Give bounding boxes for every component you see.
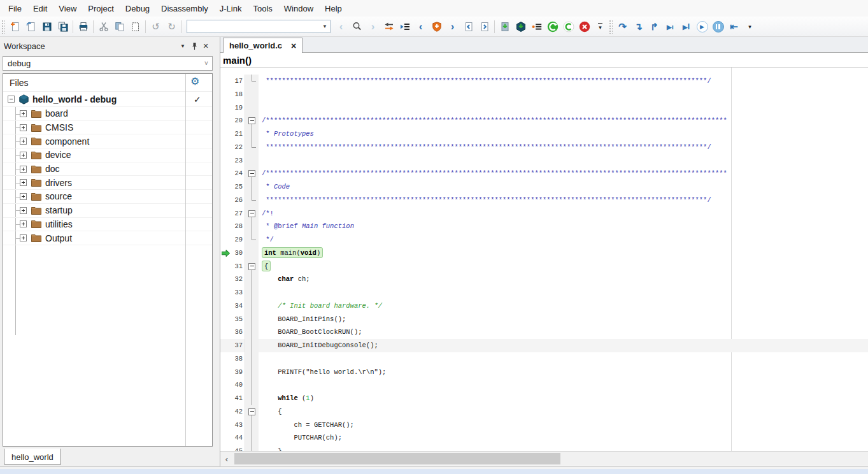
line-number[interactable]: 23 <box>220 154 245 168</box>
copy-button[interactable] <box>111 18 127 34</box>
line-number[interactable]: 39 <box>220 366 245 379</box>
print-button[interactable] <box>75 18 91 34</box>
line-number[interactable]: 27 <box>220 207 245 220</box>
scroll-left-button[interactable]: ‹ <box>220 452 233 466</box>
code-line[interactable]: 34 /* Init board hardware. */ <box>220 299 868 313</box>
code-line[interactable]: 42 { <box>220 405 868 419</box>
configuration-combobox[interactable]: debug ˅ <box>3 56 213 71</box>
code-line[interactable]: 32 char ch; <box>220 273 868 286</box>
menu-project[interactable]: Project <box>82 1 119 16</box>
fold-collapse-icon[interactable] <box>245 167 259 180</box>
menu-jlink[interactable]: J-Link <box>214 1 248 16</box>
line-number[interactable]: 20 <box>220 114 245 127</box>
fold-collapse-icon[interactable] <box>245 260 259 273</box>
workspace-pin-icon[interactable] <box>189 40 200 52</box>
toolbar-overflow-button[interactable]: ▾ <box>592 18 608 34</box>
break-button[interactable] <box>710 18 726 34</box>
toolbar-grip[interactable] <box>1 20 5 34</box>
code-line[interactable]: 28 * @brief Main function <box>220 220 868 233</box>
debug-toolbar-overflow-button[interactable]: ▾ <box>742 18 758 34</box>
code-line[interactable]: 33 <box>220 286 868 299</box>
step-over-button[interactable]: ↷ <box>615 18 630 34</box>
code-line[interactable]: 19 <box>220 101 868 115</box>
tree-root-project[interactable]: hello_world - debug✓ <box>3 92 212 107</box>
code-line[interactable]: 43 ch = GETCHAR(); <box>220 419 868 432</box>
code-line[interactable]: 27/*! <box>220 207 868 220</box>
code-line[interactable]: 21 * Prototypes <box>220 127 868 141</box>
code-line[interactable]: 22 *************************************… <box>220 141 868 154</box>
tree-folder-component[interactable]: component <box>3 134 212 148</box>
horizontal-scrollbar[interactable]: ‹ <box>220 451 868 466</box>
swap-view-button[interactable] <box>381 18 397 34</box>
tree-folder-doc[interactable]: doc <box>3 162 212 176</box>
editor-tab[interactable]: hello_world.c × <box>223 38 302 53</box>
close-icon[interactable]: × <box>291 41 296 50</box>
expand-box-icon[interactable] <box>20 193 27 200</box>
files-column-header[interactable]: Files ⚙ <box>3 74 212 92</box>
expand-box-icon[interactable] <box>20 234 27 241</box>
navigate-backward-button[interactable]: ‹ <box>413 18 429 34</box>
find-combobox[interactable]: ▼ <box>187 20 331 33</box>
expand-box-icon[interactable] <box>20 220 27 227</box>
expand-box-icon[interactable] <box>20 207 27 214</box>
redo-button[interactable]: ↻ <box>164 18 180 34</box>
toggle-bookmark-button[interactable] <box>429 18 445 34</box>
gear-icon[interactable]: ⚙ <box>190 76 199 87</box>
line-number[interactable]: 42 <box>220 405 245 419</box>
expand-box-icon[interactable] <box>20 124 27 131</box>
menu-help[interactable]: Help <box>319 1 348 16</box>
next-statement-button[interactable]: ▶ı <box>662 18 678 34</box>
line-number[interactable]: 21 <box>220 127 245 141</box>
menu-tools[interactable]: Tools <box>247 1 278 16</box>
code-line[interactable]: 26 *************************************… <box>220 194 868 207</box>
expand-box-icon[interactable] <box>20 152 27 159</box>
code-line[interactable]: 29 */ <box>220 233 868 247</box>
tree-folder-device[interactable]: device <box>3 148 212 162</box>
expand-box-icon[interactable] <box>20 138 27 145</box>
run-to-cursor-button[interactable]: ▶I <box>678 18 694 34</box>
save-all-button[interactable] <box>55 18 71 34</box>
menu-window[interactable]: Window <box>278 1 319 16</box>
code-line[interactable]: 23 <box>220 154 868 168</box>
code-line[interactable]: 40 <box>220 378 868 392</box>
next-bookmark-button[interactable] <box>476 18 492 34</box>
go-button[interactable]: ▶ <box>694 18 710 34</box>
line-number[interactable]: 32 <box>220 273 245 286</box>
workspace-menu-button[interactable]: ▼ <box>177 40 189 52</box>
tree-folder-cmsis[interactable]: CMSIS <box>3 121 212 135</box>
code-line[interactable]: 44 PUTCHAR(ch); <box>220 431 868 445</box>
step-into-button[interactable]: ↴ <box>630 18 646 34</box>
workspace-bottom-tab[interactable]: hello_world <box>4 449 61 465</box>
expand-box-icon[interactable] <box>20 179 27 186</box>
make-button[interactable] <box>544 18 560 34</box>
menu-disassembly[interactable]: Disassembly <box>155 1 214 16</box>
code-line[interactable]: 41 while (1) <box>220 392 868 405</box>
workspace-close-icon[interactable]: ✕ <box>200 40 211 52</box>
cut-button[interactable] <box>96 18 111 34</box>
new-document-button[interactable] <box>7 18 23 34</box>
download-and-debug-button[interactable] <box>513 18 529 34</box>
scrollbar-thumb[interactable] <box>234 453 560 464</box>
collapse-box-icon[interactable] <box>8 96 15 103</box>
tree-folder-output[interactable]: Output <box>3 231 212 245</box>
line-number[interactable]: 24 <box>220 167 245 180</box>
reset-button[interactable]: ⇤ <box>726 18 742 34</box>
line-number[interactable]: 17 <box>220 75 245 88</box>
fold-collapse-icon[interactable] <box>245 207 259 220</box>
paste-button[interactable] <box>127 18 143 34</box>
line-number[interactable]: 44 <box>220 431 245 445</box>
line-number[interactable]: 35 <box>220 313 245 326</box>
line-number[interactable]: 25 <box>220 180 245 194</box>
code-line[interactable]: 31{ <box>220 260 868 273</box>
code-area[interactable]: 17 *************************************… <box>220 68 868 451</box>
breakpoint-list-button[interactable] <box>529 18 544 34</box>
line-number[interactable]: 45 <box>220 445 245 451</box>
open-file-button[interactable] <box>23 18 39 34</box>
download-button[interactable] <box>497 18 513 34</box>
code-line[interactable]: 18 <box>220 88 868 101</box>
line-number[interactable]: 22 <box>220 141 245 154</box>
tree-folder-drivers[interactable]: drivers <box>3 176 212 190</box>
line-number[interactable]: 29 <box>220 233 245 247</box>
menu-file[interactable]: File <box>3 1 27 16</box>
find-button[interactable] <box>349 18 365 34</box>
